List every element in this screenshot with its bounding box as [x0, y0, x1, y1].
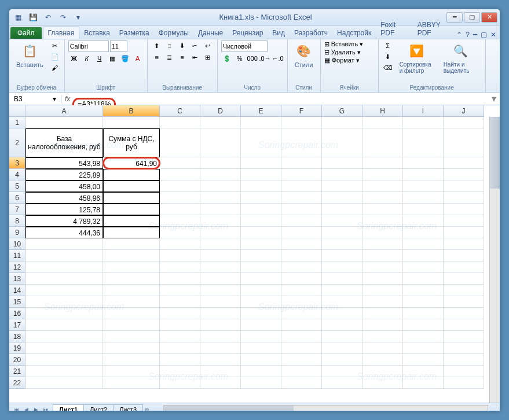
- cell-A4[interactable]: 225,89: [25, 169, 103, 180]
- cell-B14[interactable]: [103, 285, 160, 296]
- cell-F17[interactable]: [281, 319, 322, 331]
- cell-D15[interactable]: [200, 296, 241, 308]
- cell-D13[interactable]: [200, 273, 241, 285]
- decrease-decimal-button[interactable]: ←.0: [272, 53, 284, 64]
- cell-J21[interactable]: [444, 366, 484, 377]
- cell-F21[interactable]: [281, 366, 322, 377]
- cell-A7[interactable]: 125,78: [25, 204, 103, 215]
- cell-A22[interactable]: [25, 377, 103, 389]
- col-header-J[interactable]: J: [444, 105, 484, 117]
- cell-C13[interactable]: [160, 273, 200, 285]
- cell-F10[interactable]: [281, 238, 322, 250]
- cell-C9[interactable]: [160, 227, 200, 238]
- cell-I18[interactable]: [403, 331, 444, 342]
- row-header-11[interactable]: 11: [9, 250, 25, 261]
- cell-G15[interactable]: [322, 296, 362, 308]
- fill-button[interactable]: ⬇: [382, 51, 394, 62]
- cell-J13[interactable]: [444, 273, 484, 285]
- cell-H14[interactable]: [362, 285, 403, 296]
- cell-C7[interactable]: [160, 204, 200, 215]
- cell-F22[interactable]: [281, 377, 322, 389]
- cell-I5[interactable]: [403, 180, 444, 192]
- cell-H7[interactable]: [362, 204, 403, 215]
- wrap-text-button[interactable]: ↩: [202, 40, 214, 51]
- orientation-button[interactable]: ⤺: [189, 40, 201, 51]
- cell-A21[interactable]: [25, 366, 103, 377]
- percent-button[interactable]: %: [234, 53, 246, 64]
- cell-B13[interactable]: [103, 273, 160, 285]
- cell-F3[interactable]: [281, 157, 322, 169]
- font-size-select[interactable]: [110, 40, 127, 52]
- cell-C21[interactable]: [160, 366, 200, 377]
- cell-A3[interactable]: 543,98: [25, 157, 103, 169]
- help-icon[interactable]: ?: [466, 31, 470, 39]
- cell-D5[interactable]: [200, 180, 241, 192]
- cell-I9[interactable]: [403, 227, 444, 238]
- cell-D14[interactable]: [200, 285, 241, 296]
- tab-review[interactable]: Рецензир: [228, 27, 268, 39]
- align-bottom-button[interactable]: ⬇: [177, 40, 188, 51]
- cell-I20[interactable]: [403, 354, 444, 366]
- sheet-tab-3[interactable]: Лист3: [113, 404, 143, 411]
- cell-E9[interactable]: [241, 227, 281, 238]
- cell-G6[interactable]: [322, 192, 362, 204]
- col-header-E[interactable]: E: [241, 105, 281, 117]
- align-left-button[interactable]: ≡: [151, 52, 163, 62]
- cell-I21[interactable]: [403, 366, 444, 377]
- clear-button[interactable]: ⌫: [382, 62, 394, 73]
- cell-J11[interactable]: [444, 250, 484, 261]
- cell-I8[interactable]: [403, 215, 444, 227]
- cell-D12[interactable]: [200, 261, 241, 273]
- cell-J18[interactable]: [444, 331, 484, 342]
- cell-I10[interactable]: [403, 238, 444, 250]
- cell-C3[interactable]: [160, 157, 200, 169]
- cell-A8[interactable]: 4 789,32: [25, 215, 103, 227]
- cell-J9[interactable]: [444, 227, 484, 238]
- row-header-7[interactable]: 7: [9, 204, 25, 215]
- cell-E18[interactable]: [241, 331, 281, 342]
- align-middle-button[interactable]: ≡: [164, 40, 175, 51]
- cell-F4[interactable]: [281, 169, 322, 180]
- cell-F15[interactable]: [281, 296, 322, 308]
- cell-H9[interactable]: [362, 227, 403, 238]
- cell-B12[interactable]: [103, 261, 160, 273]
- tab-layout[interactable]: Разметка: [115, 27, 154, 39]
- cell-D20[interactable]: [200, 354, 241, 366]
- row-header-8[interactable]: 8: [9, 215, 25, 227]
- cell-H17[interactable]: [362, 319, 403, 331]
- fill-color-button[interactable]: 🪣: [119, 53, 131, 64]
- cell-H11[interactable]: [362, 250, 403, 261]
- cell-E21[interactable]: [241, 366, 281, 377]
- tab-foxit[interactable]: Foxit PDF: [376, 19, 412, 39]
- col-header-H[interactable]: H: [362, 105, 403, 117]
- copy-button[interactable]: 📄: [49, 51, 61, 62]
- cell-D7[interactable]: [200, 204, 241, 215]
- row-header-6[interactable]: 6: [9, 192, 25, 204]
- cell-I6[interactable]: [403, 192, 444, 204]
- col-header-C[interactable]: C: [160, 105, 200, 117]
- cell-B7[interactable]: [103, 204, 160, 215]
- col-header-B[interactable]: B: [103, 105, 160, 117]
- cell-H8[interactable]: [362, 215, 403, 227]
- cell-J20[interactable]: [444, 354, 484, 366]
- styles-button[interactable]: 🎨 Стили: [291, 40, 317, 69]
- row-header-12[interactable]: 12: [9, 261, 25, 273]
- currency-button[interactable]: 💲: [221, 53, 233, 64]
- row-header-22[interactable]: 22: [9, 377, 25, 389]
- cell-H22[interactable]: [362, 377, 403, 389]
- cell-D18[interactable]: [200, 331, 241, 342]
- cell-H6[interactable]: [362, 192, 403, 204]
- format-cells-button[interactable]: ▦ Формат ▾: [324, 57, 360, 64]
- row-header-15[interactable]: 15: [9, 296, 25, 308]
- cell-A14[interactable]: [25, 285, 103, 296]
- bold-button[interactable]: Ж: [68, 53, 80, 64]
- cell-G19[interactable]: [322, 342, 362, 354]
- cell-A13[interactable]: [25, 273, 103, 285]
- cell-B20[interactable]: [103, 354, 160, 366]
- cell-F1[interactable]: [281, 117, 322, 128]
- col-header-D[interactable]: D: [200, 105, 241, 117]
- row-header-9[interactable]: 9: [9, 227, 25, 238]
- cell-H19[interactable]: [362, 342, 403, 354]
- row-header-16[interactable]: 16: [9, 308, 25, 319]
- cell-C1[interactable]: [160, 117, 200, 128]
